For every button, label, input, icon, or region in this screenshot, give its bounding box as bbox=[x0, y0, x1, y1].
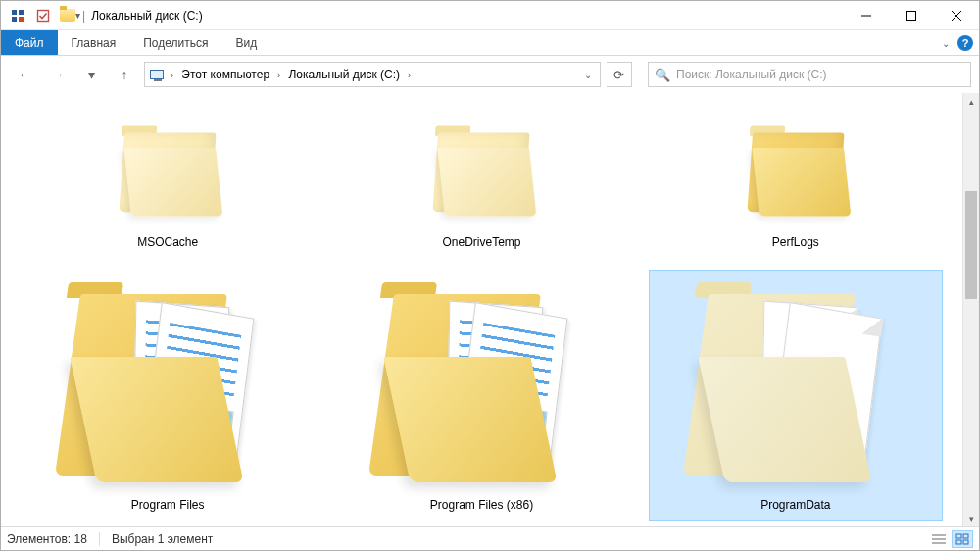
svg-rect-2 bbox=[12, 17, 17, 22]
quick-access-toolbar bbox=[1, 5, 60, 26]
svg-rect-4 bbox=[38, 10, 49, 21]
folder-label: OneDriveTemp bbox=[442, 235, 520, 249]
folder-item[interactable]: OneDriveTemp bbox=[334, 97, 628, 258]
title-bar: ▾ | Локальный диск (C:) bbox=[1, 1, 979, 30]
svg-rect-1 bbox=[19, 10, 24, 15]
ribbon-expand-icon[interactable]: ⌄ bbox=[942, 38, 950, 49]
content-area: MSOCache OneDriveTemp PerfLogs bbox=[1, 93, 979, 526]
svg-rect-13 bbox=[963, 534, 968, 538]
folder-label: ProgramData bbox=[760, 498, 830, 512]
svg-rect-6 bbox=[907, 11, 916, 20]
folder-icon bbox=[50, 276, 285, 492]
folder-label: Program Files (x86) bbox=[430, 498, 533, 512]
minimize-button[interactable] bbox=[844, 1, 889, 30]
search-input[interactable] bbox=[676, 68, 964, 81]
computer-icon bbox=[149, 67, 165, 82]
ribbon-tab-file[interactable]: Файл bbox=[1, 30, 58, 55]
scroll-thumb[interactable] bbox=[965, 191, 977, 299]
svg-rect-15 bbox=[963, 540, 968, 544]
ribbon-tab-view[interactable]: Вид bbox=[221, 30, 270, 55]
status-bar: Элементов: 18 Выбран 1 элемент bbox=[1, 526, 979, 550]
breadcrumb-sep-icon[interactable]: › bbox=[404, 70, 415, 80]
folder-icon bbox=[93, 123, 243, 229]
details-view-button[interactable] bbox=[928, 530, 950, 548]
svg-rect-14 bbox=[956, 540, 961, 544]
status-item-count: Элементов: 18 bbox=[7, 532, 87, 546]
search-icon: 🔍 bbox=[655, 68, 670, 82]
folder-label: MSOCache bbox=[137, 235, 198, 249]
folder-icon bbox=[720, 123, 870, 229]
folder-icon bbox=[407, 123, 557, 229]
folder-label: PerfLogs bbox=[772, 235, 819, 249]
maximize-button[interactable] bbox=[889, 1, 934, 30]
address-bar[interactable]: › Этот компьютер › Локальный диск (C:) ›… bbox=[144, 62, 601, 87]
folder-icon bbox=[364, 276, 599, 492]
title-folder-icon bbox=[60, 9, 75, 22]
search-box[interactable]: 🔍 bbox=[648, 62, 971, 87]
title-separator: | bbox=[82, 9, 85, 23]
folder-item[interactable]: Program Files (x86) bbox=[334, 270, 628, 521]
status-selection: Выбран 1 элемент bbox=[112, 532, 213, 546]
folder-item[interactable]: MSOCache bbox=[21, 97, 315, 258]
icons-view-button[interactable] bbox=[952, 530, 973, 548]
status-separator bbox=[99, 532, 100, 546]
nav-history-dropdown[interactable]: ▾ bbox=[77, 61, 105, 88]
folder-item[interactable]: Program Files bbox=[21, 270, 315, 521]
breadcrumb-sep-icon[interactable]: › bbox=[273, 70, 284, 80]
nav-up-button[interactable]: ↑ bbox=[111, 61, 138, 88]
window-controls bbox=[844, 1, 979, 30]
nav-back-button[interactable]: ← bbox=[11, 61, 38, 88]
ribbon-tab-home[interactable]: Главная bbox=[58, 30, 130, 55]
breadcrumb-root[interactable]: Этот компьютер bbox=[179, 68, 271, 81]
folder-view[interactable]: MSOCache OneDriveTemp PerfLogs bbox=[1, 93, 962, 526]
help-icon[interactable]: ? bbox=[957, 35, 973, 51]
explorer-window: ▾ | Локальный диск (C:) Файл Главная Под… bbox=[0, 0, 980, 551]
qat-properties-icon[interactable] bbox=[7, 5, 28, 26]
address-dropdown-icon[interactable]: ⌄ bbox=[578, 70, 598, 80]
vertical-scrollbar[interactable]: ▴ ▾ bbox=[962, 93, 979, 526]
refresh-button[interactable]: ⟳ bbox=[607, 62, 632, 87]
nav-forward-button[interactable]: → bbox=[44, 61, 72, 88]
svg-rect-0 bbox=[12, 10, 17, 15]
ribbon-tab-share[interactable]: Поделиться bbox=[129, 30, 221, 55]
folder-item[interactable]: PerfLogs bbox=[649, 97, 943, 258]
scroll-up-icon[interactable]: ▴ bbox=[963, 93, 979, 110]
view-mode-toggle bbox=[928, 530, 973, 548]
folder-icon bbox=[678, 276, 913, 492]
qat-dropdown-icon[interactable]: ▾ bbox=[75, 10, 80, 21]
close-button[interactable] bbox=[934, 1, 979, 30]
breadcrumb-current[interactable]: Локальный диск (C:) bbox=[286, 68, 402, 81]
window-title: Локальный диск (C:) bbox=[91, 9, 203, 23]
navigation-bar: ← → ▾ ↑ › Этот компьютер › Локальный дис… bbox=[1, 56, 979, 93]
folder-label: Program Files bbox=[131, 498, 205, 512]
qat-checkbox-icon[interactable] bbox=[32, 5, 54, 26]
svg-rect-3 bbox=[19, 17, 24, 22]
scroll-down-icon[interactable]: ▾ bbox=[963, 510, 979, 526]
ribbon: Файл Главная Поделиться Вид ⌄ ? bbox=[1, 30, 979, 56]
breadcrumb-sep-icon[interactable]: › bbox=[167, 70, 177, 80]
svg-rect-12 bbox=[956, 534, 961, 538]
folder-item-selected[interactable]: ProgramData bbox=[649, 270, 943, 521]
